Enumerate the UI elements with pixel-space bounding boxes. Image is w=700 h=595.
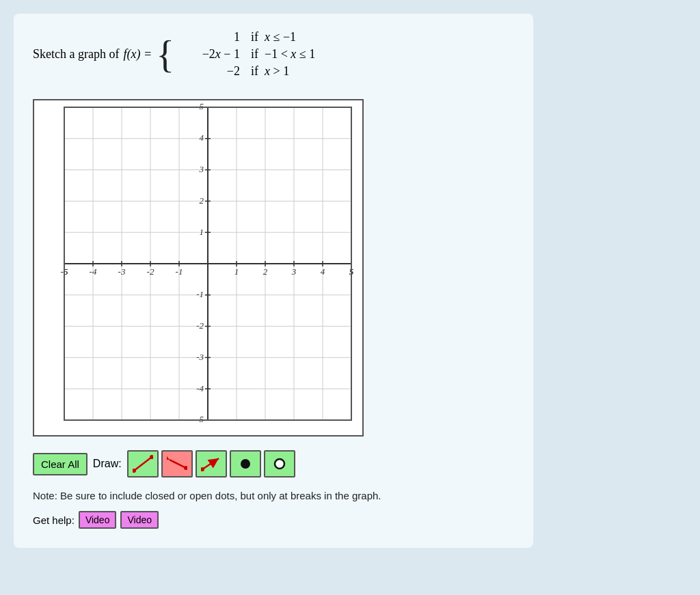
case-2-expr: −2x − 1 bbox=[178, 47, 240, 61]
case-2-cond: if −1 < x ≤ 1 bbox=[251, 47, 315, 61]
draw-label: Draw: bbox=[93, 458, 122, 470]
ray-right-tool-button[interactable] bbox=[196, 450, 227, 478]
case-3-expr: −2 bbox=[178, 64, 240, 79]
problem-statement: Sketch a graph of f(x) = { 1 if x ≤ −1 −… bbox=[33, 30, 514, 79]
note-text: Note: Be sure to include closed or open … bbox=[33, 490, 514, 501]
ray-left-icon bbox=[167, 454, 187, 473]
graph-canvas[interactable] bbox=[33, 99, 364, 437]
svg-line-3 bbox=[170, 460, 186, 468]
help-row: Get help: Video Video bbox=[33, 511, 514, 529]
case-row-2: −2x − 1 if −1 < x ≤ 1 bbox=[178, 47, 315, 61]
svg-line-5 bbox=[202, 458, 219, 469]
toolbar: Clear All Draw: bbox=[33, 450, 514, 478]
ray-left-tool-button[interactable] bbox=[161, 450, 193, 478]
graph-container[interactable] bbox=[33, 99, 364, 437]
line-segment-icon bbox=[133, 454, 153, 473]
cases-list: 1 if x ≤ −1 −2x − 1 if −1 < x ≤ 1 −2 if … bbox=[178, 30, 315, 79]
problem-intro: Sketch a graph of bbox=[33, 47, 119, 61]
closed-dot-tool-button[interactable] bbox=[230, 450, 261, 478]
problem-fx: f(x) = bbox=[123, 47, 152, 61]
open-brace: { bbox=[156, 36, 174, 74]
clear-all-button[interactable]: Clear All bbox=[33, 453, 88, 475]
piecewise-function: { 1 if x ≤ −1 −2x − 1 if −1 < x ≤ 1 −2 i… bbox=[156, 30, 315, 79]
svg-point-8 bbox=[275, 459, 284, 469]
open-dot-icon bbox=[269, 454, 290, 473]
svg-line-0 bbox=[134, 457, 152, 471]
video-button-1[interactable]: Video bbox=[79, 511, 117, 529]
case-row-1: 1 if x ≤ −1 bbox=[178, 30, 315, 44]
main-container: Sketch a graph of f(x) = { 1 if x ≤ −1 −… bbox=[14, 14, 533, 548]
help-label: Get help: bbox=[33, 514, 75, 526]
video-button-2[interactable]: Video bbox=[120, 511, 159, 529]
line-segment-tool-button[interactable] bbox=[127, 450, 159, 478]
case-1-cond: if x ≤ −1 bbox=[251, 30, 296, 44]
case-row-3: −2 if x > 1 bbox=[178, 64, 315, 79]
open-dot-tool-button[interactable] bbox=[264, 450, 295, 478]
closed-dot-icon bbox=[235, 454, 256, 473]
case-1-expr: 1 bbox=[178, 30, 240, 44]
case-3-cond: if x > 1 bbox=[251, 64, 289, 79]
ray-right-icon bbox=[201, 454, 221, 473]
svg-point-7 bbox=[241, 459, 250, 469]
